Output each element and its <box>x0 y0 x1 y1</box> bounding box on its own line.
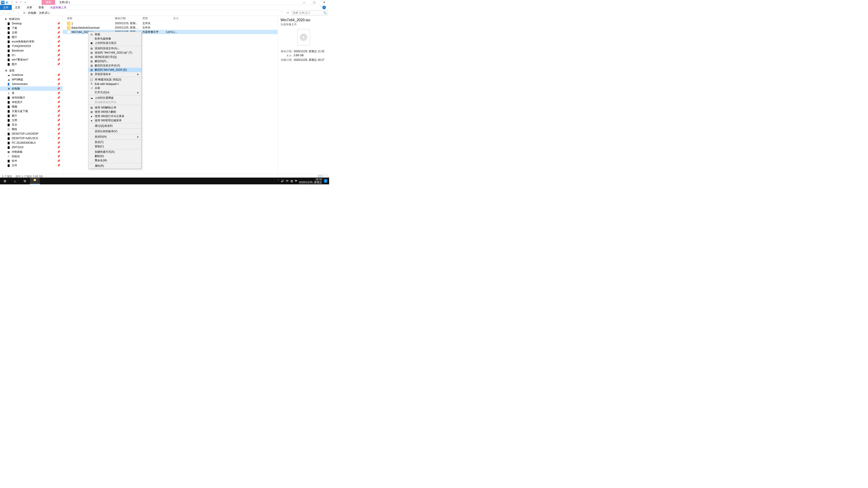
nav-item[interactable]: ▇DESKTOP-NJEU3CG📌 <box>0 136 63 140</box>
pin-icon[interactable]: 📌 <box>57 22 60 25</box>
pin-icon[interactable]: 📌 <box>57 87 60 90</box>
up-button[interactable]: ↑ <box>16 11 21 15</box>
taskbar-clock[interactable]: 16:32 2020/12/25, 星期五 <box>299 178 322 184</box>
pin-icon[interactable]: 📌 <box>57 123 60 126</box>
pin-icon[interactable]: 📌 <box>57 119 60 122</box>
back-button[interactable]: ← <box>1 11 6 15</box>
col-size[interactable]: 大小 <box>164 17 180 20</box>
nav-item[interactable]: ▇PC-20190530OBLA📌 <box>0 140 63 145</box>
pin-icon[interactable]: 📌 <box>57 63 60 66</box>
qat-clear-icon[interactable]: ✕ <box>14 1 18 4</box>
nav-item[interactable]: ▇YUNQISHI2019📌 <box>0 44 63 48</box>
nav-item[interactable]: ♲回收站📌 <box>0 154 63 159</box>
pin-icon[interactable]: 📌 <box>57 150 60 153</box>
menu-item[interactable]: ▥解压到当前文件夹(X) <box>88 64 141 68</box>
menu-item[interactable]: 刻录光盘映像 <box>88 37 141 41</box>
breadcrumb[interactable]: 🖥 › 此电脑 › 文档 (E:) › <box>21 11 279 15</box>
menu-item[interactable]: 通过QQ发送到 <box>88 124 141 128</box>
pin-icon[interactable]: 📌 <box>57 101 60 104</box>
menu-item[interactable]: ▥用360压缩打开(Q) <box>88 55 141 59</box>
nav-item[interactable]: 🖥此电脑📌 <box>0 86 63 91</box>
menu-item[interactable]: 属性(R) <box>88 164 141 168</box>
ribbon-share[interactable]: 共享 <box>24 5 35 10</box>
help-icon[interactable]: ? <box>322 6 326 9</box>
pin-icon[interactable]: 📌 <box>57 83 60 86</box>
chevron-right-icon[interactable]: › <box>26 12 27 14</box>
nav-tree[interactable]: ★快速访问▇Desktop📌▇下载📌▇文档📌▇图片📌▇excel表格制作求和📌▇… <box>0 16 63 174</box>
context-menu[interactable]: ◎装载刻录光盘映像▣上传到有道云笔记▥添加到压缩文件(A)...▥添加到 "Wi… <box>88 32 142 169</box>
menu-item[interactable]: 还原以前的版本(V) <box>88 129 141 133</box>
search-icon[interactable]: 🔍 <box>323 11 327 14</box>
start-button[interactable]: ⊞ <box>0 177 10 184</box>
close-button[interactable]: ✕ <box>319 0 329 5</box>
menu-item[interactable]: ✎Edit with Notepad++ <box>88 82 141 86</box>
nav-item[interactable]: ☁OneDrive📌 <box>0 73 63 77</box>
nav-item[interactable]: ▇Bandicam📌 <box>0 48 63 53</box>
taskbar-search-icon[interactable]: ⌕ <box>10 177 20 184</box>
pin-icon[interactable]: 📌 <box>57 164 60 167</box>
nav-item[interactable]: ▇文档📌 <box>0 118 63 123</box>
pin-icon[interactable]: 📌 <box>57 31 60 34</box>
chevron-right-icon[interactable]: › <box>50 12 51 14</box>
pin-icon[interactable]: 📌 <box>57 54 60 57</box>
menu-item[interactable]: ☁上传到百度网盘 <box>88 96 141 100</box>
menu-item[interactable]: ▧使用 360解除占用 <box>88 105 141 110</box>
qat-check-icon[interactable]: ✓ <box>10 1 13 4</box>
pin-icon[interactable]: 📌 <box>57 44 60 48</box>
nav-item[interactable]: ▦控制面板📌 <box>0 150 63 154</box>
menu-item[interactable]: 删除(D) <box>88 154 141 158</box>
refresh-button[interactable]: ⟳ <box>286 11 290 15</box>
pin-icon[interactable]: 📌 <box>57 49 60 52</box>
tray-up-icon[interactable]: ˆ <box>278 180 279 183</box>
nav-item[interactable]: ▯库📌 <box>0 91 63 95</box>
nav-item[interactable]: ▇下载📌 <box>0 26 63 30</box>
nav-item[interactable]: ▇图片📌 <box>0 113 63 118</box>
action-center-icon[interactable]: ⚑ <box>295 180 297 183</box>
crumb-drive[interactable]: 文档 (E:) <box>39 11 50 15</box>
nav-item[interactable]: ▇ZMT2019📌 <box>0 145 63 150</box>
menu-item[interactable]: 复制(C) <box>88 144 141 149</box>
crumb-pc[interactable]: 此电脑 <box>28 11 36 15</box>
ribbon-file[interactable]: 文件 <box>0 5 12 10</box>
pin-icon[interactable]: 📌 <box>57 155 60 158</box>
menu-item[interactable]: 剪切(T) <box>88 140 141 144</box>
menu-item[interactable]: ▥解压到 Win7x64_2020\ (E) <box>88 68 141 72</box>
qat-undo-icon[interactable]: ↶ <box>19 1 23 4</box>
nav-item[interactable]: 👤Administrator📌 <box>0 82 63 86</box>
menu-item[interactable]: ▥添加到 "Win7x64_2020.zip" (T) <box>88 51 141 55</box>
address-dropdown-icon[interactable]: ˇ <box>280 11 284 15</box>
col-name[interactable]: 名称 <box>63 17 113 20</box>
taskbar[interactable]: ⊞ ⌕ ⧉ ▀ ˆ 🔊 中 ▤ ⚑ 16:32 2020/12/25, 星期五 … <box>0 177 329 184</box>
column-headers[interactable]: 名称 修改日期 类型 大小 <box>63 16 278 21</box>
nav-item[interactable]: ▇文件📌 <box>0 163 63 168</box>
nav-item[interactable]: ★快速访问 <box>0 17 63 21</box>
ime-icon[interactable]: 中 <box>286 179 289 183</box>
qat-dropdown-icon[interactable]: ▾ <box>24 1 27 4</box>
menu-item[interactable]: 创建快捷方式(S) <box>88 150 141 154</box>
recent-dropdown-icon[interactable]: ˇ <box>11 11 16 15</box>
qat-pin-icon[interactable]: ◧ <box>5 1 9 4</box>
ribbon-view[interactable]: 查看 <box>35 5 47 10</box>
chevron-right-icon[interactable]: › <box>37 12 38 14</box>
minimize-button[interactable]: — <box>299 0 309 5</box>
nav-item[interactable]: ▇文档📌 <box>0 30 63 35</box>
nav-item[interactable]: ▇保存的图片📌 <box>0 95 63 100</box>
nav-item[interactable]: ▇视频📌 <box>0 104 63 109</box>
menu-item[interactable]: ▥添加到压缩文件(A)... <box>88 46 141 51</box>
col-type[interactable]: 类型 <box>141 17 164 20</box>
pin-icon[interactable]: 📌 <box>57 141 60 144</box>
nav-item[interactable]: ☁WPS网盘📌 <box>0 77 63 82</box>
nav-item[interactable]: ▇音乐📌 <box>0 123 63 127</box>
menu-item[interactable]: ▧使用 360强力删除 <box>88 110 141 114</box>
menu-item[interactable]: ▣上传到有道云笔记 <box>88 41 141 45</box>
file-row[interactable]: 12020/12/15, 星期二 1...文件夹 <box>63 21 278 26</box>
nav-item[interactable]: ▇图片📌 <box>0 62 63 66</box>
maximize-button[interactable]: ▢ <box>309 0 319 5</box>
volume-icon[interactable]: 🔊 <box>281 180 284 183</box>
menu-item[interactable]: ●使用 360进行木马云查杀 <box>88 114 141 119</box>
pin-icon[interactable]: 📌 <box>57 73 60 76</box>
pin-icon[interactable]: 📌 <box>57 78 60 81</box>
menu-item[interactable]: ◯用 蜂蜜浏览器 浏览(3) <box>88 77 141 82</box>
menu-item[interactable]: ◎装载 <box>88 32 141 37</box>
nav-item[interactable]: 🖥桌面 <box>0 68 63 73</box>
